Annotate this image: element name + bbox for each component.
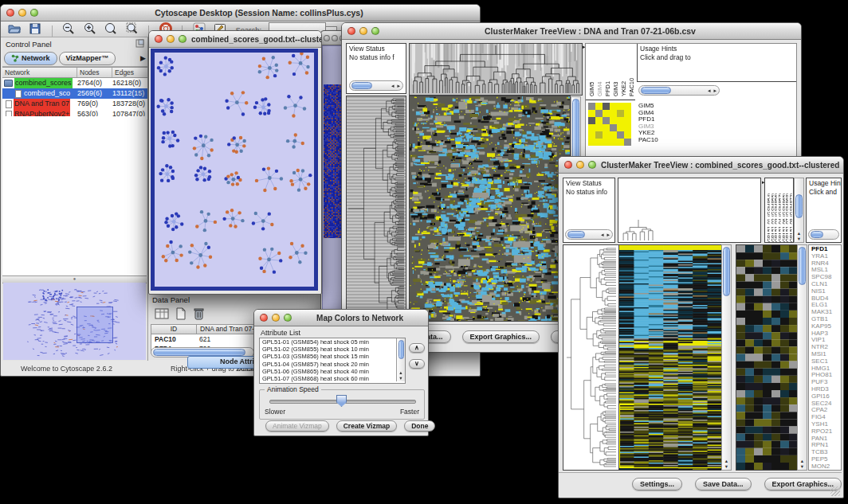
vscroll-thumb[interactable]: [723, 247, 730, 296]
close-button[interactable]: [324, 35, 330, 41]
tv2-gene-item[interactable]: KAP95: [811, 323, 841, 330]
tv2-gene-item[interactable]: NIS1: [811, 288, 841, 295]
attribute-list-item[interactable]: GPL51-03 (GSM856) heat shock 15 min: [260, 353, 405, 360]
hscroll-thumb[interactable]: [811, 231, 823, 238]
tv2-heatmap-canvas[interactable]: [618, 244, 723, 471]
zoom-in-icon[interactable]: [83, 21, 97, 36]
tv2-gene-item[interactable]: PFD1: [811, 246, 841, 253]
tv2-gene-item[interactable]: RPN1: [811, 442, 841, 449]
attribute-list-item[interactable]: GPL51-02 (GSM855) heat shock 10 min: [260, 346, 405, 353]
tv1-col-label[interactable]: PFD1: [604, 45, 611, 96]
zoom-button[interactable]: [371, 27, 379, 35]
tv2-gene-item[interactable]: CPA2: [811, 407, 841, 414]
move-down-button[interactable]: ∨: [409, 359, 425, 369]
attribute-table-icon[interactable]: [154, 307, 170, 324]
zoom-fit-icon[interactable]: [104, 21, 118, 36]
tv2-gene-item[interactable]: FIG4: [811, 414, 841, 421]
zoom-button[interactable]: [179, 35, 186, 43]
tv2-action-button[interactable]: Settings...: [632, 478, 682, 490]
hscroll-thumb[interactable]: [153, 349, 245, 356]
network-table-empty-area[interactable]: [2, 116, 147, 275]
tv2-heatmap-vscrollbar[interactable]: ▴▾: [721, 244, 732, 471]
tv2-column-dendrogram-panel[interactable]: [618, 178, 761, 243]
window-controls[interactable]: [347, 27, 379, 35]
tv2-column-label[interactable]: GPL51-08 (GSM872): [788, 178, 792, 242]
zoom-out-icon[interactable]: [61, 21, 76, 36]
hscroll-thumb[interactable]: [351, 82, 372, 89]
tv1-col-label[interactable]: GIM5: [588, 45, 595, 96]
vscroll-arrows[interactable]: ▴▾: [798, 458, 807, 470]
move-up-button[interactable]: ∧: [409, 343, 425, 353]
animation-speed-slider-thumb[interactable]: [336, 395, 347, 407]
tv2-row-dendrogram-canvas[interactable]: [563, 244, 620, 471]
tv2-gene-item[interactable]: ELG1: [811, 302, 841, 309]
tv2-gene-item[interactable]: PAN1: [811, 436, 841, 443]
tv2-zoom-vscrollbar[interactable]: ▴▾: [797, 244, 807, 471]
tv1-column-dendrogram-canvas[interactable]: [409, 43, 583, 96]
open-file-icon[interactable]: [7, 21, 22, 36]
tv2-gene-item[interactable]: GTB1: [811, 316, 841, 323]
minimize-button[interactable]: [359, 27, 367, 35]
col-network[interactable]: Network: [2, 68, 77, 77]
tv2-gene-item[interactable]: VIP1: [811, 337, 841, 344]
vscroll-thumb[interactable]: [795, 194, 803, 218]
minimize-button[interactable]: [18, 9, 26, 17]
tv2-labels-vscrollbar[interactable]: ▴▾: [794, 178, 804, 243]
window-controls[interactable]: [155, 35, 186, 43]
attribute-list-item[interactable]: GPL51-06 (GSM865) heat shock 40 min: [260, 368, 405, 375]
tv2-gene-item[interactable]: MSL1: [811, 267, 841, 274]
tv2-usage-hscrollbar[interactable]: [808, 229, 839, 240]
tv2-gene-item[interactable]: MON2: [811, 463, 841, 471]
zoom-button[interactable]: [284, 314, 292, 322]
tv2-gene-item[interactable]: PUF3: [811, 379, 841, 386]
vscroll-arrows[interactable]: ▴▾: [795, 230, 803, 242]
close-button[interactable]: [260, 314, 268, 322]
attribute-list-vscrollbar[interactable]: ▴▾: [396, 338, 405, 381]
treeview2-titlebar[interactable]: ClusterMaker TreeView : combined_scores_…: [559, 157, 843, 174]
tv1-usage-hscrollbar[interactable]: ◂ ▸: [638, 85, 720, 96]
hscroll-arrows[interactable]: ◂ ▸: [601, 231, 612, 239]
zoom-button[interactable]: [588, 161, 596, 169]
hscroll-thumb[interactable]: [567, 231, 585, 238]
vscroll-thumb[interactable]: [799, 247, 806, 285]
treeview1-titlebar[interactable]: ClusterMaker TreeView : DNA and Tran 07-…: [342, 23, 801, 40]
minimize-button[interactable]: [272, 314, 280, 322]
vscroll-thumb[interactable]: [398, 340, 404, 359]
tv2-gene-item[interactable]: SEC24: [811, 400, 841, 408]
tv2-gene-item[interactable]: SEC1: [811, 358, 841, 365]
tv1-col-label[interactable]: GIM4: [596, 45, 603, 96]
attribute-list-item[interactable]: GPL51-04 (GSM857) heat shock 20 min: [260, 361, 405, 368]
dialog-titlebar[interactable]: Map Colors to Network: [254, 310, 428, 326]
tv2-gene-item[interactable]: SPC98: [811, 274, 841, 281]
tv2-gene-item[interactable]: YRA1: [811, 253, 841, 260]
float-panel-icon[interactable]: [135, 39, 144, 49]
save-icon[interactable]: [28, 21, 42, 36]
vscroll-arrows[interactable]: ▴▾: [722, 458, 731, 470]
network-row[interactable]: combined_sco 2569(6) 13112(15): [2, 88, 147, 99]
window-controls[interactable]: [6, 9, 38, 17]
zoom-button[interactable]: [30, 9, 38, 17]
col-nodes[interactable]: Nodes: [77, 68, 112, 77]
close-button[interactable]: [347, 27, 355, 35]
tv1-col-label[interactable]: YKE2: [620, 45, 627, 96]
tv1-col-label[interactable]: PAC10: [628, 45, 635, 96]
vscroll-arrows[interactable]: ▴▾: [397, 369, 405, 381]
attribute-list-item[interactable]: GPL51-07 (GSM868) heat shock 60 min: [260, 375, 405, 382]
network-row[interactable]: DNA and Tran 07 769(0) 183728(0): [2, 99, 147, 109]
tv2-gene-item[interactable]: PEP5: [811, 456, 841, 463]
tv2-action-button[interactable]: Save Data...: [695, 478, 752, 490]
tabs-overflow-arrow[interactable]: ▶: [140, 54, 146, 62]
tv1-heatmap-canvas[interactable]: [409, 96, 571, 322]
zoom-selected-icon[interactable]: [125, 21, 139, 36]
dialog-action-button[interactable]: Done: [404, 420, 435, 432]
tv1-correlation-matrix-canvas[interactable]: [588, 103, 631, 146]
tv2-gene-item[interactable]: HRD3: [811, 386, 841, 393]
tv2-gene-item[interactable]: TCB3: [811, 449, 841, 456]
close-button[interactable]: [564, 161, 572, 169]
tv1-matrix-row-label[interactable]: PAC10: [638, 137, 658, 144]
dialog-action-button[interactable]: Animate Vizmap: [265, 420, 329, 432]
tv2-zoom-heatmap-canvas[interactable]: [736, 244, 799, 471]
col-edges[interactable]: Edges: [112, 68, 146, 77]
main-titlebar[interactable]: Cytoscape Desktop (Session Name: collins…: [1, 5, 480, 21]
resize-grip[interactable]: [830, 486, 840, 496]
